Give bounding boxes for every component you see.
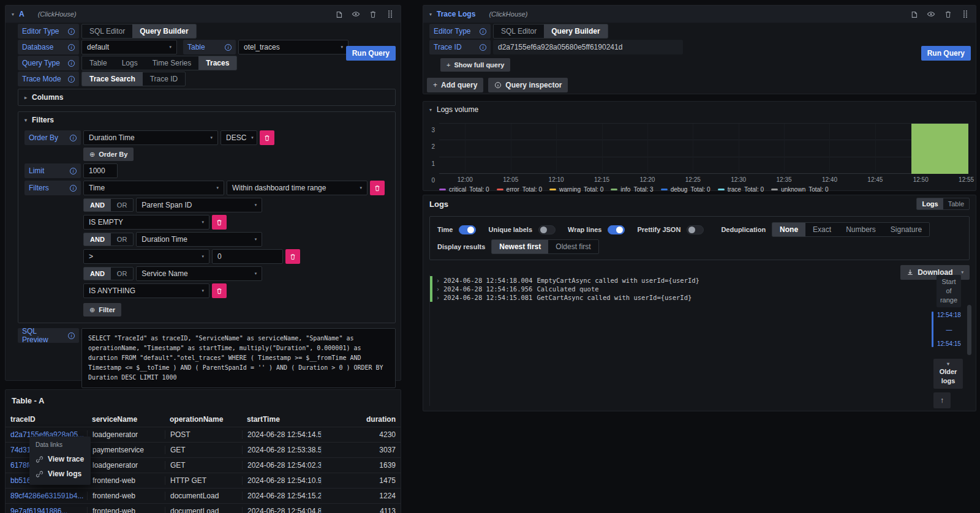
run-query-button[interactable]: Run Query	[346, 46, 396, 61]
query-builder-option[interactable]: Query Builder	[132, 24, 195, 38]
collapse-chevron-icon[interactable]: ▾	[429, 12, 432, 17]
info-icon[interactable]: i	[480, 44, 486, 51]
older-logs-button[interactable]: ▾ Older logs	[933, 359, 963, 389]
view-logs-option[interactable]: Logs	[917, 198, 943, 209]
remove-condition-button[interactable]	[285, 249, 300, 264]
trace-id-input[interactable]: d2a7155ef6a928a05680e5ff6190241d	[493, 40, 683, 54]
info-icon[interactable]: i	[70, 185, 77, 192]
trace-logs-header[interactable]: ▾ Trace Logs (ClickHouse)	[423, 6, 976, 23]
trace-logs-title[interactable]: Trace Logs	[437, 10, 475, 18]
add-order-by-button[interactable]: ⊕Order By	[83, 148, 134, 161]
query-type-time-series[interactable]: Time Series	[145, 56, 199, 70]
query-type-table[interactable]: Table	[82, 56, 115, 70]
legend-item-critical[interactable]: criticalTotal: 0	[439, 186, 489, 193]
query-inspector-button[interactable]: Query inspector	[488, 78, 568, 92]
newest-first-option[interactable]: Newest first	[492, 240, 548, 253]
legend-item-debug[interactable]: debugTotal: 0	[661, 186, 710, 193]
condition-value-input[interactable]: 0	[212, 249, 283, 264]
expand-chevron-icon[interactable]: ›	[436, 294, 440, 301]
condition-operator-select[interactable]: IS EMPTY▾	[83, 215, 209, 230]
oldest-first-option[interactable]: Oldest first	[548, 240, 598, 253]
trash-icon[interactable]	[369, 10, 377, 18]
drag-handle-icon[interactable]	[961, 10, 970, 18]
limit-input[interactable]: 1000	[83, 163, 118, 178]
time-toggle[interactable]	[459, 225, 476, 234]
sql-editor-option[interactable]: SQL Editor	[82, 24, 132, 38]
trace-id-link[interactable]: 89cf4286e631591b4...	[6, 492, 87, 500]
log-row[interactable]: ›2024-06-28 12:54:16.956Calculated quote	[430, 285, 932, 293]
eye-icon[interactable]	[927, 10, 935, 18]
trace-id-link[interactable]: 9e7af61941886...	[6, 507, 87, 513]
and-option[interactable]: AND	[84, 233, 111, 245]
add-query-button[interactable]: +Add query	[427, 78, 483, 92]
legend-item-trace[interactable]: traceTotal: 0	[718, 186, 764, 193]
or-option[interactable]: OR	[111, 268, 134, 280]
condition-field-select[interactable]: Service Name▾	[136, 266, 262, 281]
info-icon[interactable]: i	[68, 60, 75, 67]
dedup-none-option[interactable]: None	[772, 223, 805, 236]
duplicate-icon[interactable]	[334, 10, 343, 18]
panel-a-header[interactable]: ▾ A (ClickHouse)	[6, 6, 401, 23]
log-timeline[interactable]: 12:54:18 — 12:54:15	[932, 312, 961, 347]
order-by-field-select[interactable]: Duration Time▾	[83, 130, 218, 145]
info-icon[interactable]: i	[70, 168, 77, 174]
trace-search-option[interactable]: Trace Search	[82, 72, 143, 86]
remove-order-by-button[interactable]	[260, 130, 274, 145]
legend-item-error[interactable]: errorTotal: 0	[497, 186, 542, 193]
query-type-traces[interactable]: Traces	[198, 56, 236, 70]
collapse-chevron-icon[interactable]: ▾	[429, 107, 432, 113]
prettify-json-toggle[interactable]	[687, 225, 704, 234]
condition-operator-select[interactable]: >▾	[83, 249, 209, 264]
or-option[interactable]: OR	[111, 199, 134, 211]
add-filter-button[interactable]: ⊕Filter	[83, 303, 121, 316]
condition-operator-select[interactable]: IS ANYTHING▾	[83, 283, 209, 298]
eye-icon[interactable]	[352, 10, 360, 18]
column-header[interactable]: traceID	[6, 415, 87, 424]
condition-field-select[interactable]: Parent Span ID▾	[136, 198, 262, 212]
query-builder-option[interactable]: Query Builder	[544, 24, 607, 38]
logs-volume-header[interactable]: ▾ Logs volume	[423, 102, 976, 118]
column-header[interactable]: startTime	[242, 415, 321, 424]
duplicate-icon[interactable]	[910, 10, 918, 18]
info-icon[interactable]: i	[70, 135, 77, 141]
legend-item-unknown[interactable]: unknownTotal: 0	[771, 186, 828, 193]
remove-condition-button[interactable]	[212, 215, 227, 230]
order-by-direction-select[interactable]: DESC▾	[221, 130, 257, 145]
legend-item-info[interactable]: infoTotal: 3	[611, 186, 653, 193]
wrap-lines-toggle[interactable]	[608, 225, 625, 234]
and-option[interactable]: AND	[84, 199, 111, 211]
remove-condition-button[interactable]	[212, 283, 227, 298]
table-select[interactable]: otel_traces▾	[238, 40, 349, 54]
column-header[interactable]: operationName	[165, 415, 242, 424]
filters-section-header[interactable]: ▾ Filters	[18, 112, 395, 128]
info-icon[interactable]: i	[68, 76, 75, 83]
collapse-chevron-icon[interactable]: ▾	[12, 12, 14, 17]
log-row[interactable]: ›2024-06-28 12:54:15.081GetCartAsync cal…	[430, 293, 932, 302]
unique-labels-toggle[interactable]	[538, 225, 556, 234]
log-row[interactable]: ›2024-06-28 12:54:18.004EmptyCartAsync c…	[430, 276, 932, 285]
condition-field-select[interactable]: Duration Time▾	[136, 232, 262, 247]
columns-section-header[interactable]: ▸ Columns	[18, 89, 395, 105]
remove-filter-button[interactable]	[370, 181, 385, 195]
scrollbar-thumb[interactable]	[967, 305, 971, 355]
view-logs-link[interactable]: View logs	[29, 466, 91, 481]
query-type-logs[interactable]: Logs	[115, 56, 145, 70]
trash-icon[interactable]	[944, 10, 952, 18]
info-icon[interactable]: i	[225, 44, 232, 51]
dedup-numbers-option[interactable]: Numbers	[839, 223, 883, 236]
column-header[interactable]: serviceName	[87, 415, 165, 424]
column-header[interactable]: duration	[321, 415, 401, 424]
panel-a-title[interactable]: A	[19, 10, 24, 18]
expand-chevron-icon[interactable]: ›	[436, 286, 440, 293]
filter-field-select[interactable]: Time▾	[83, 181, 224, 195]
drag-handle-icon[interactable]	[386, 10, 394, 18]
and-option[interactable]: AND	[84, 268, 111, 280]
or-option[interactable]: OR	[111, 233, 134, 245]
timeline-bar[interactable]	[932, 312, 933, 347]
info-icon[interactable]: i	[480, 28, 486, 35]
scroll-to-top-button[interactable]: ↑	[933, 392, 951, 408]
info-icon[interactable]: i	[68, 332, 75, 339]
logs-scrollbar[interactable]	[966, 275, 972, 406]
filter-range-select[interactable]: Within dashboard time range▾	[227, 181, 368, 195]
run-query-button[interactable]: Run Query	[921, 46, 971, 61]
